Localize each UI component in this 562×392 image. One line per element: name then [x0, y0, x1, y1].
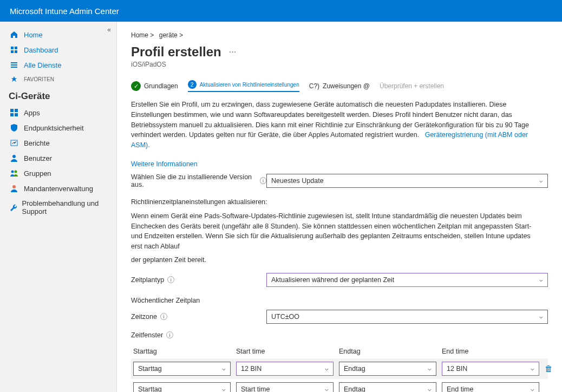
- nav-favorites: FAVORITEN: [0, 73, 116, 86]
- nav-users[interactable]: Benutzer: [0, 151, 116, 166]
- nav-section-devices: Ci-Geräte: [0, 86, 116, 105]
- breadcrumb-devices[interactable]: geräte >: [159, 31, 183, 39]
- nav-tenant[interactable]: Mandantenverwaltung: [0, 181, 116, 196]
- step-basics-label: Grundlagen: [144, 82, 178, 90]
- startday-select[interactable]: Starttag⌵: [133, 382, 231, 393]
- step-assignments-label: Zuweisungen @: [323, 82, 370, 90]
- endtime-select[interactable]: 12 BIN⌵: [442, 362, 539, 376]
- tenant-icon: [9, 184, 19, 193]
- th-startday: Starttag: [133, 348, 231, 355]
- nav-apps[interactable]: Apps: [0, 105, 116, 120]
- svg-point-11: [15, 171, 17, 173]
- svg-rect-4: [10, 109, 14, 112]
- svg-rect-3: [15, 50, 17, 53]
- step-assignments-prefix: C?): [309, 82, 319, 90]
- step-update-policy[interactable]: 2 Aktualisieren von Richtlinieneinstellu…: [188, 80, 299, 92]
- chevron-down-icon: ⌵: [222, 386, 226, 392]
- schedule-type-select[interactable]: Aktualisieren während der geplanten Zeit…: [266, 273, 548, 287]
- starttime-select[interactable]: Start time⌵: [236, 382, 334, 393]
- app-title: Microsoft Intune Admin Center: [10, 6, 119, 16]
- nav-home[interactable]: Home: [0, 27, 116, 42]
- nav-dashboard-label: Dashboard: [24, 46, 58, 54]
- info-icon[interactable]: i: [260, 177, 266, 184]
- nav-troubleshoot[interactable]: Problembehandlung und Support: [0, 196, 116, 219]
- startday-select[interactable]: Starttag⌵: [133, 362, 231, 376]
- nav-dashboard[interactable]: Dashboard: [0, 42, 116, 57]
- nav-groups[interactable]: Gruppen: [0, 166, 116, 181]
- description-2: Wenn einem Gerät eine Pads-Software-Upda…: [131, 211, 543, 252]
- list-icon: [9, 61, 19, 69]
- step-review[interactable]: Überprüfen + erstellen: [380, 82, 444, 90]
- groups-icon: [9, 169, 19, 178]
- wizard-steps: ✓ Grundlagen 2 Aktualisieren von Richtli…: [131, 80, 548, 92]
- more-info-link[interactable]: Weitere Informationen: [131, 160, 548, 168]
- th-endtime: End time: [442, 348, 539, 355]
- description-1: Erstellen Sie ein Profil, um zu erzwinge…: [131, 100, 543, 151]
- nav-troubleshoot-label: Problembehandlung und Support: [22, 199, 108, 215]
- apps-icon: [9, 108, 19, 117]
- info-icon[interactable]: i: [166, 331, 173, 338]
- step-basics[interactable]: ✓ Grundlagen: [131, 81, 178, 91]
- dashboard-icon: [9, 45, 19, 54]
- nav-apps-label: Apps: [24, 109, 40, 117]
- timezone-value: UTC±OO: [271, 313, 299, 321]
- starttime-select[interactable]: 12 BIN⌵: [236, 362, 334, 376]
- step-badge: 2: [188, 80, 197, 89]
- nav-allservices-label: Alle Dienste: [24, 61, 61, 69]
- nav-groups-label: Gruppen: [24, 169, 51, 178]
- table-row: Starttag⌵ 12 BIN⌵ Endtag⌵ 12 BIN⌵ 🗑: [131, 358, 548, 379]
- collapse-icon[interactable]: «: [107, 26, 111, 34]
- reports-icon: [9, 139, 19, 147]
- nav-endpoint-label: Endpunktsicherheit: [24, 124, 84, 132]
- sidebar: « Home Dashboard Alle Dienste FAVORITEN …: [0, 22, 117, 392]
- check-icon: ✓: [131, 81, 141, 91]
- table-header: Starttag Start time Endtag End time: [131, 344, 548, 358]
- star-icon: [9, 76, 19, 82]
- wrench-icon: [9, 203, 18, 212]
- step-assignments[interactable]: C?) Zuweisungen @: [309, 82, 370, 90]
- description-2b: der geplanten Zeit bereit.: [131, 255, 543, 265]
- step-update-policy-label: Aktualisieren von Richtlinieneinstellung…: [200, 82, 299, 88]
- nav-reports-label: Berichte: [24, 139, 50, 147]
- version-select[interactable]: Neuestes Update ⌵: [266, 174, 548, 188]
- schedule-type-label: Zeitplantyp i: [131, 276, 266, 284]
- breadcrumb-home[interactable]: Home >: [131, 31, 154, 39]
- endday-select[interactable]: Endtag⌵: [339, 382, 436, 393]
- info-icon[interactable]: i: [167, 276, 174, 283]
- app-header: Microsoft Intune Admin Center: [0, 0, 562, 22]
- svg-rect-5: [15, 109, 18, 112]
- svg-rect-2: [11, 50, 14, 53]
- svg-point-12: [12, 185, 16, 188]
- page-title: Profil erstellen: [131, 44, 221, 60]
- chevron-down-icon: ⌵: [222, 365, 226, 372]
- nav-tenant-label: Mandantenverwaltung: [24, 185, 93, 193]
- nav-endpoint[interactable]: Endpunktsicherheit: [0, 120, 116, 135]
- nav-home-label: Home: [24, 31, 43, 39]
- chevron-down-icon: ⌵: [428, 365, 432, 372]
- chevron-down-icon: ⌵: [539, 276, 543, 283]
- user-icon: [9, 154, 19, 162]
- info-icon[interactable]: i: [160, 313, 167, 320]
- nav-users-label: Benutzer: [24, 154, 52, 162]
- more-icon[interactable]: ···: [229, 47, 236, 57]
- nav-reports[interactable]: Berichte: [0, 135, 116, 151]
- timezone-select[interactable]: UTC±OO ⌵: [266, 310, 548, 324]
- svg-point-10: [11, 171, 14, 173]
- nav-allservices[interactable]: Alle Dienste: [0, 57, 116, 73]
- svg-rect-6: [10, 113, 14, 116]
- schedule-table: Starttag Start time Endtag End time Star…: [131, 344, 548, 393]
- version-label: Wählen Sie die zu installierende Version…: [131, 173, 266, 188]
- timezone-label: Zeitzone i: [131, 313, 266, 321]
- timewindow-label: Zeitfenster i: [131, 331, 266, 339]
- delete-row-icon[interactable]: 🗑: [545, 364, 561, 373]
- endtime-select[interactable]: End time⌵: [442, 382, 539, 393]
- main-content: Home > geräte > Profil erstellen ··· iOS…: [117, 22, 562, 392]
- chevron-down-icon: ⌵: [428, 386, 432, 392]
- endday-select[interactable]: Endtag⌵: [339, 362, 436, 376]
- svg-rect-7: [15, 113, 18, 116]
- nav-favorites-label: FAVORITEN: [24, 76, 54, 82]
- chevron-down-icon: ⌵: [325, 365, 329, 372]
- chevron-down-icon: ⌵: [531, 386, 534, 392]
- page-subtitle: iOS/iPadOS: [131, 61, 548, 68]
- shield-icon: [9, 123, 19, 132]
